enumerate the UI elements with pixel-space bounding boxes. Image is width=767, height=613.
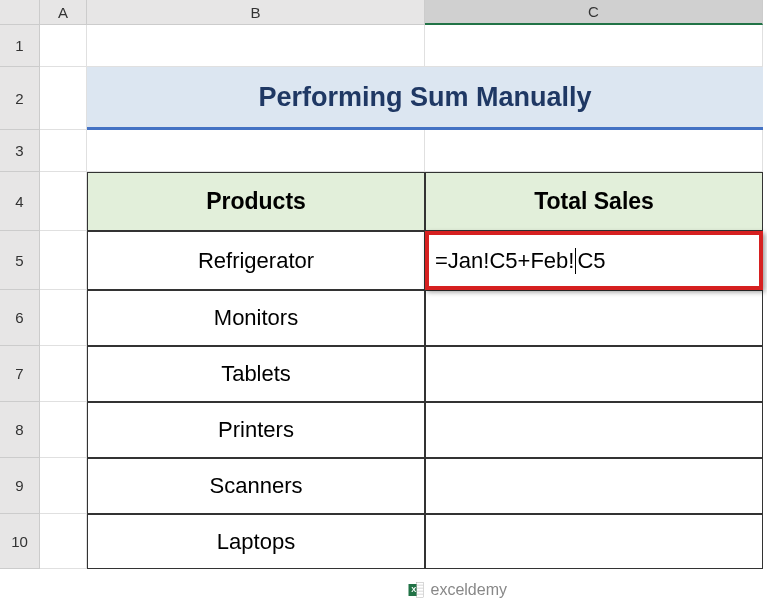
col-header-b[interactable]: B — [87, 0, 425, 25]
cell-a2[interactable] — [40, 67, 87, 130]
row-header-10[interactable]: 10 — [0, 514, 40, 569]
cell-a8[interactable] — [40, 402, 87, 458]
row-header-4[interactable]: 4 — [0, 172, 40, 231]
product-4[interactable]: Scanners — [87, 458, 425, 514]
formula-prefix: =Jan!C5+Feb! — [435, 248, 574, 274]
cell-a1[interactable] — [40, 25, 87, 67]
cell-a6[interactable] — [40, 290, 87, 346]
cell-a3[interactable] — [40, 130, 87, 172]
row-header-8[interactable]: 8 — [0, 402, 40, 458]
svg-rect-2 — [416, 585, 423, 586]
row-header-6[interactable]: 6 — [0, 290, 40, 346]
cell-c9[interactable] — [425, 458, 763, 514]
row-header-2[interactable]: 2 — [0, 67, 40, 130]
cell-a9[interactable] — [40, 458, 87, 514]
row-header-7[interactable]: 7 — [0, 346, 40, 402]
excel-icon: X — [407, 581, 425, 599]
row-header-9[interactable]: 9 — [0, 458, 40, 514]
col-header-c[interactable]: C — [425, 0, 763, 25]
cell-a5[interactable] — [40, 231, 87, 290]
svg-rect-3 — [416, 588, 423, 589]
row-header-3[interactable]: 3 — [0, 130, 40, 172]
watermark-text: exceldemy — [431, 581, 507, 599]
row-header-5[interactable]: 5 — [0, 231, 40, 290]
product-0[interactable]: Refrigerator — [87, 231, 425, 290]
cell-b3[interactable] — [87, 130, 425, 172]
cell-c10[interactable] — [425, 514, 763, 569]
products-header[interactable]: Products — [87, 172, 425, 231]
formula-cell-c5[interactable]: =Jan!C5+Feb!C5 — [425, 231, 763, 290]
product-5[interactable]: Laptops — [87, 514, 425, 569]
watermark: X exceldemy — [407, 581, 507, 599]
row-header-1[interactable]: 1 — [0, 25, 40, 67]
corner-cell[interactable] — [0, 0, 40, 25]
cell-a4[interactable] — [40, 172, 87, 231]
cell-c1[interactable] — [425, 25, 763, 67]
title-cell[interactable]: Performing Sum Manually — [87, 67, 763, 130]
cell-c7[interactable] — [425, 346, 763, 402]
cell-a10[interactable] — [40, 514, 87, 569]
text-cursor — [575, 248, 576, 274]
formula-suffix: C5 — [577, 248, 605, 274]
cell-c8[interactable] — [425, 402, 763, 458]
spreadsheet-grid: A B C 1 2 Performing Sum Manually 3 4 Pr… — [0, 0, 767, 569]
product-2[interactable]: Tablets — [87, 346, 425, 402]
cell-a7[interactable] — [40, 346, 87, 402]
svg-text:X: X — [411, 585, 416, 594]
svg-rect-5 — [416, 594, 423, 595]
cell-c3[interactable] — [425, 130, 763, 172]
product-3[interactable]: Printers — [87, 402, 425, 458]
cell-b1[interactable] — [87, 25, 425, 67]
svg-rect-4 — [416, 591, 423, 592]
totalsales-header[interactable]: Total Sales — [425, 172, 763, 231]
col-header-a[interactable]: A — [40, 0, 87, 25]
cell-c6[interactable] — [425, 290, 763, 346]
product-1[interactable]: Monitors — [87, 290, 425, 346]
